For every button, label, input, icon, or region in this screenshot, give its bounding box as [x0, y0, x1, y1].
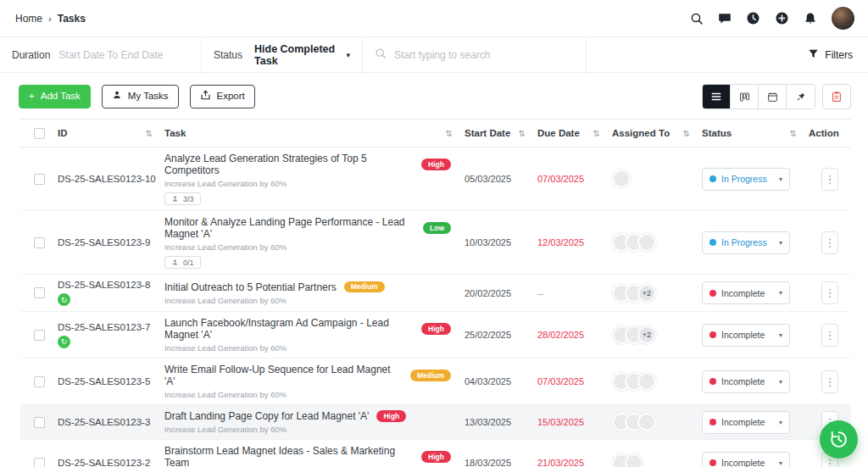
clipboard-view-icon[interactable] [822, 84, 851, 109]
status-dropdown[interactable]: In Progress ▾ [702, 168, 790, 191]
status-dot [709, 459, 716, 466]
top-bar: Home › Tasks [0, 0, 868, 37]
assignee-group: +2 [612, 284, 702, 303]
my-tasks-button[interactable]: My Tasks [102, 85, 179, 109]
caret-down-icon: ▾ [779, 239, 782, 247]
add-task-button[interactable]: + Add Task [19, 85, 91, 109]
column-header-start-date: Start Date ⇅ [465, 128, 537, 138]
caret-down-icon: ▾ [779, 175, 782, 183]
status-cell: Incomplete ▾ [702, 324, 809, 347]
history-fab-button[interactable] [820, 420, 858, 459]
calendar-view-icon[interactable] [759, 85, 787, 108]
breadcrumb-separator-icon: › [48, 14, 52, 24]
search-input[interactable] [394, 49, 574, 61]
status-cell: Incomplete ▾ [702, 452, 809, 467]
priority-badge: Medium [344, 281, 385, 293]
table-row: DS-25-SALES0123-2 Brainstorm Lead Magnet… [20, 440, 851, 467]
status-dropdown[interactable]: Incomplete ▾ [702, 324, 790, 347]
assignee-avatar[interactable] [637, 413, 656, 431]
row-action-menu-button[interactable]: ⋮ [821, 168, 838, 191]
assignee-group [612, 233, 702, 252]
row-checkbox[interactable] [34, 376, 45, 387]
subtask-count-chip[interactable]: 0/1 [164, 256, 201, 269]
user-avatar[interactable] [832, 7, 854, 30]
table-row: DS-25-SALES0123-10 Analyze Lead Generati… [20, 147, 851, 211]
row-checkbox[interactable] [34, 330, 45, 341]
assignee-avatar[interactable] [612, 170, 631, 188]
row-checkbox[interactable] [34, 174, 45, 185]
task-goal: Increase Lead Generation by 60% [164, 425, 451, 434]
priority-badge: Medium [410, 370, 451, 381]
task-title[interactable]: Monitor & Analyze Landing Page Performan… [164, 216, 415, 240]
status-dropdown[interactable]: Incomplete ▾ [702, 452, 790, 467]
bell-icon[interactable] [804, 12, 817, 25]
chat-icon[interactable] [718, 12, 732, 25]
row-action-menu-button[interactable]: ⋮ [821, 324, 838, 347]
status-dropdown[interactable]: Incomplete ▾ [702, 411, 790, 434]
task-title[interactable]: Write Email Follow-Up Sequence for Lead … [164, 364, 403, 387]
subtask-count-chip[interactable]: 3/3 [164, 192, 201, 205]
column-label-status: Status [702, 128, 732, 138]
assignee-avatar[interactable] [637, 372, 656, 391]
recurring-icon: ↻ [58, 336, 70, 348]
filters-button[interactable]: Filters [793, 37, 868, 72]
status-label: Incomplete [721, 417, 774, 427]
assignee-avatar[interactable] [625, 453, 643, 467]
start-date: 13/03/2025 [465, 417, 537, 427]
assignee-overflow-badge[interactable]: +2 [637, 284, 656, 303]
breadcrumb-home[interactable]: Home [15, 13, 42, 25]
task-title[interactable]: Initial Outreach to 5 Potential Partners [164, 281, 337, 293]
status-dropdown[interactable]: Incomplete ▾ [702, 370, 790, 393]
task-title[interactable]: Draft Landing Page Copy for Lead Magnet … [164, 410, 369, 422]
status-label: Incomplete [721, 458, 774, 467]
sort-icon[interactable]: ⇅ [593, 129, 600, 138]
sort-icon[interactable]: ⇅ [146, 129, 153, 138]
status-dropdown[interactable]: Incomplete ▾ [702, 281, 790, 304]
funnel-icon [808, 48, 819, 62]
task-title[interactable]: Brainstorm Lead Magnet Ideas - Sales & M… [164, 445, 414, 467]
status-filter-dropdown[interactable]: Hide Completed Task ▾ [254, 43, 350, 67]
task-title[interactable]: Launch Facebook/Instagram Ad Campaign - … [164, 317, 414, 341]
export-button[interactable]: Export [190, 85, 255, 109]
assignee-overflow-badge[interactable]: +2 [637, 325, 656, 344]
table-row: DS-25-SALES0123-3 Draft Landing Page Cop… [20, 405, 851, 440]
due-date: 07/03/2025 [537, 376, 612, 386]
status-cell: In Progress ▾ [702, 168, 809, 191]
task-table-body: DS-25-SALES0123-10 Analyze Lead Generati… [20, 147, 851, 467]
assignee-avatar[interactable] [637, 233, 656, 252]
column-label-id: ID [58, 128, 68, 138]
priority-badge: High [421, 451, 451, 463]
sort-icon[interactable]: ⇅ [683, 129, 690, 138]
table-row: DS-25-SALES0123-8 ↻ Initial Outreach to … [20, 275, 851, 312]
duration-range-input[interactable] [58, 49, 190, 61]
add-circle-icon[interactable] [775, 11, 789, 25]
row-checkbox[interactable] [34, 458, 45, 467]
duration-filter: Duration [0, 37, 202, 72]
export-label: Export [217, 91, 245, 103]
caret-down-icon: ▾ [779, 378, 782, 386]
status-label: Incomplete [721, 330, 774, 340]
row-action-menu-button[interactable]: ⋮ [821, 370, 838, 393]
task-id: DS-25-SALES0123-9 [58, 237, 161, 247]
row-checkbox[interactable] [34, 287, 45, 298]
list-view-icon[interactable] [703, 85, 731, 108]
sort-icon[interactable]: ⇅ [790, 129, 797, 138]
export-icon [200, 90, 211, 104]
sort-icon[interactable]: ⇅ [519, 129, 526, 138]
search-icon[interactable] [690, 12, 704, 25]
clock-icon[interactable] [746, 11, 760, 25]
row-checkbox[interactable] [34, 417, 45, 428]
row-checkbox[interactable] [34, 237, 45, 248]
task-title[interactable]: Analyze Lead Generation Strategies of To… [164, 153, 414, 176]
column-label-action: Action [809, 128, 839, 138]
row-action-menu-button[interactable]: ⋮ [821, 231, 838, 254]
kanban-view-icon[interactable] [731, 85, 759, 108]
pin-view-icon[interactable] [787, 85, 815, 108]
column-header-status: Status ⇅ [702, 128, 809, 138]
row-action-menu-button[interactable]: ⋮ [821, 281, 838, 304]
assignee-group: +2 [612, 325, 702, 344]
status-dropdown[interactable]: In Progress ▾ [702, 231, 790, 254]
sort-icon[interactable]: ⇅ [446, 129, 453, 138]
select-all-checkbox[interactable] [34, 128, 45, 139]
add-task-label: Add Task [41, 91, 81, 103]
